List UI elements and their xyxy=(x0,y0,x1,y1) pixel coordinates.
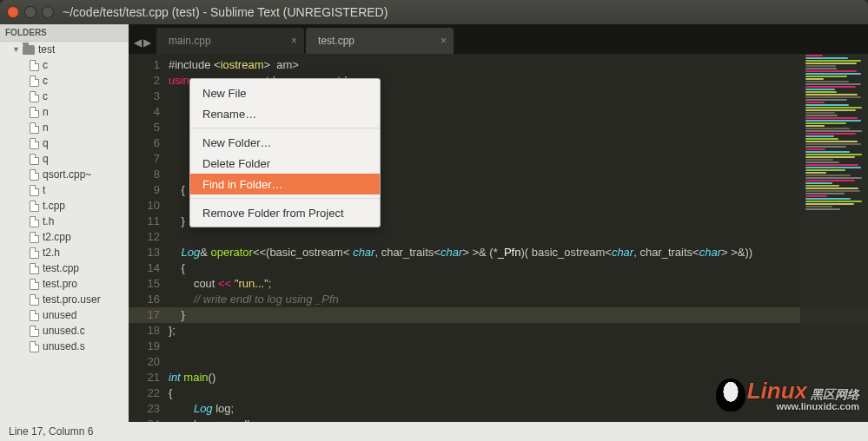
file-row[interactable]: q xyxy=(0,135,129,151)
file-label: unused.s xyxy=(43,340,85,352)
file-label: unused xyxy=(43,309,76,321)
file-label: test.pro xyxy=(43,278,77,290)
file-label: n xyxy=(43,122,49,134)
file-row[interactable]: n xyxy=(0,120,129,135)
file-label: t.h xyxy=(43,215,54,227)
menu-separator xyxy=(190,198,380,199)
folders-sidebar: FOLDERS ▼testcccnnqqqsort.cpp~tt.cppt.ht… xyxy=(0,24,129,422)
menu-item-find-in-folder[interactable]: Find in Folder… xyxy=(190,174,380,194)
file-row[interactable]: c xyxy=(0,89,129,104)
file-row[interactable]: test.pro.user xyxy=(0,292,129,307)
file-row[interactable]: q xyxy=(0,151,129,167)
file-icon xyxy=(30,294,39,306)
folder-row-root[interactable]: ▼test xyxy=(0,42,129,57)
file-label: c xyxy=(43,59,48,71)
file-label: unused.c xyxy=(43,325,85,337)
file-tree[interactable]: ▼testcccnnqqqsort.cpp~tt.cppt.ht2.cppt2.… xyxy=(0,42,129,422)
file-label: t2.h xyxy=(43,247,60,259)
file-label: t.cpp xyxy=(43,200,65,212)
file-icon xyxy=(30,310,39,321)
file-row[interactable]: qsort.cpp~ xyxy=(0,167,129,182)
close-icon[interactable] xyxy=(7,6,19,18)
folder-label: test xyxy=(38,43,55,56)
menu-item-new-file[interactable]: New File xyxy=(190,82,380,103)
chevron-left-icon[interactable]: ◀ xyxy=(134,36,142,49)
file-icon xyxy=(30,232,39,243)
file-icon xyxy=(30,263,39,274)
file-icon xyxy=(30,91,39,102)
file-icon xyxy=(30,60,39,71)
file-icon xyxy=(30,326,39,337)
file-label: q xyxy=(43,137,49,149)
folder-context-menu[interactable]: New FileRename…New Folder…Delete FolderF… xyxy=(189,78,381,227)
file-label: c xyxy=(43,90,48,102)
close-icon[interactable]: × xyxy=(441,35,447,47)
cursor-position: Line 17, Column 6 xyxy=(9,425,93,438)
file-label: qsort.cpp~ xyxy=(43,168,91,181)
file-icon xyxy=(30,201,39,212)
watermark-tag: 黑区网络 xyxy=(811,387,859,401)
file-label: t xyxy=(43,184,45,196)
menu-separator xyxy=(190,128,380,128)
file-icon xyxy=(30,247,39,259)
file-icon xyxy=(30,185,39,196)
maximize-icon[interactable] xyxy=(42,6,54,18)
file-label: t2.cpp xyxy=(43,231,71,243)
tab-nav-arrows[interactable]: ◀ ▶ xyxy=(134,36,151,49)
file-label: test.cpp xyxy=(43,262,79,274)
app-window: ~/code/test/test.cpp (test) - Sublime Te… xyxy=(0,0,868,441)
file-row[interactable]: t2.h xyxy=(0,245,129,260)
file-icon xyxy=(30,216,39,227)
menu-item-rename[interactable]: Rename… xyxy=(190,103,380,124)
file-row[interactable]: t xyxy=(0,182,129,198)
chevron-right-icon[interactable]: ▶ xyxy=(143,36,151,49)
file-icon xyxy=(30,107,39,118)
line-gutter: 123456789101112131415161718192021222324 xyxy=(129,54,169,422)
file-row[interactable]: test.pro xyxy=(0,276,129,292)
close-icon[interactable]: × xyxy=(291,35,297,47)
file-row[interactable]: t.cpp xyxy=(0,198,129,214)
file-row[interactable]: n xyxy=(0,104,129,120)
file-label: n xyxy=(43,106,49,118)
file-row[interactable]: test.cpp xyxy=(0,260,129,276)
file-label: c xyxy=(43,75,48,87)
file-row[interactable]: c xyxy=(0,73,129,89)
tab-main-cpp[interactable]: main.cpp× xyxy=(156,28,304,54)
folder-icon xyxy=(23,45,35,55)
file-icon xyxy=(30,138,39,149)
editor-area: ◀ ▶ main.cpp×test.cpp× 12345678910111213… xyxy=(129,24,868,422)
tab-test-cpp[interactable]: test.cpp× xyxy=(306,28,454,54)
watermark: Linux黑区网络 www.linuxidc.com xyxy=(716,378,859,411)
file-icon xyxy=(30,76,39,87)
file-row[interactable]: unused xyxy=(0,307,129,323)
tab-bar: ◀ ▶ main.cpp×test.cpp× xyxy=(129,24,868,54)
window-title: ~/code/test/test.cpp (test) - Sublime Te… xyxy=(63,5,861,19)
file-icon xyxy=(30,169,39,181)
file-icon xyxy=(30,279,39,290)
file-icon xyxy=(30,154,39,165)
file-row[interactable]: unused.c xyxy=(0,323,129,339)
sidebar-header: FOLDERS xyxy=(0,24,129,42)
file-label: test.pro.user xyxy=(43,293,101,306)
tab-label: main.cpp xyxy=(169,35,211,47)
minimize-icon[interactable] xyxy=(24,6,36,18)
file-label: q xyxy=(43,153,49,165)
tab-label: test.cpp xyxy=(318,35,354,47)
status-bar: Line 17, Column 6 xyxy=(0,422,868,441)
menu-item-new-folder[interactable]: New Folder… xyxy=(190,132,380,153)
file-icon xyxy=(30,122,39,134)
file-row[interactable]: unused.s xyxy=(0,339,129,354)
file-row[interactable]: c xyxy=(0,57,129,73)
window-controls xyxy=(7,6,54,18)
tux-icon xyxy=(716,378,745,411)
menu-item-remove-folder-from-project[interactable]: Remove Folder from Project xyxy=(190,202,380,223)
watermark-brand: Linux xyxy=(747,378,807,404)
menu-item-delete-folder[interactable]: Delete Folder xyxy=(190,153,380,174)
chevron-down-icon: ▼ xyxy=(12,45,19,54)
file-icon xyxy=(30,341,39,352)
file-row[interactable]: t2.cpp xyxy=(0,229,129,245)
file-row[interactable]: t.h xyxy=(0,214,129,229)
titlebar: ~/code/test/test.cpp (test) - Sublime Te… xyxy=(0,0,868,24)
